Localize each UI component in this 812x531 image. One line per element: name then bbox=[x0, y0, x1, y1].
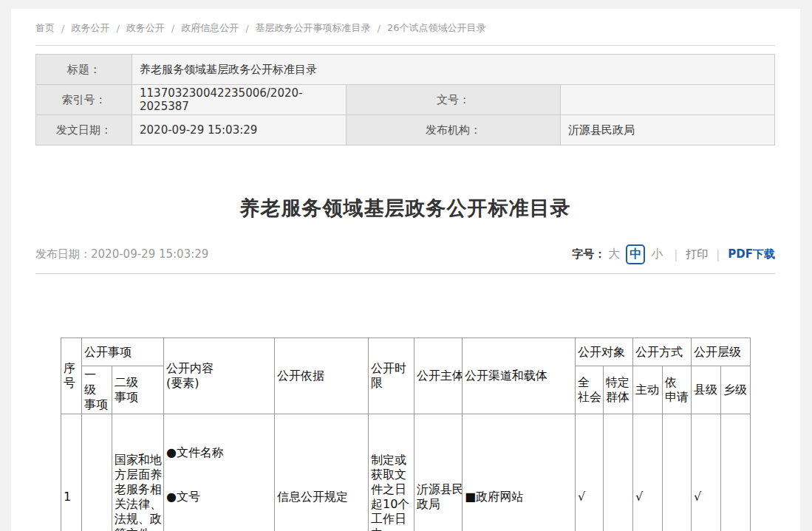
header-method: 公开方式 bbox=[633, 338, 692, 366]
square-bullet-icon: ■ bbox=[465, 490, 476, 504]
header-specific-group: 特定 群体 bbox=[604, 366, 633, 414]
header-target: 公开对象 bbox=[576, 338, 633, 366]
breadcrumb-separator: / bbox=[171, 23, 174, 34]
cell-township bbox=[721, 414, 751, 531]
header-matters: 公开事项 bbox=[82, 338, 164, 366]
meta-date-value: 2020-09-29 15:03:29 bbox=[132, 115, 347, 145]
meta-title-label: 标题： bbox=[36, 55, 132, 85]
page-title: 养老服务领域基层政务公开标准目录 bbox=[35, 197, 775, 219]
meta-row-title: 标题： 养老服务领域基层政务公开标准目录 bbox=[36, 55, 775, 85]
cell-channel: ■政府网站 bbox=[463, 414, 576, 531]
cell-specific-group bbox=[604, 414, 633, 531]
breadcrumb: 首页 / 政务公开 / 政务公开 / 政府信息公开 / 基层政务公开事项标准目录… bbox=[35, 9, 775, 35]
publish-date-label: 发布日期： bbox=[35, 247, 91, 261]
breadcrumb-zhengwu-2[interactable]: 政务公开 bbox=[126, 21, 165, 35]
breadcrumb-separator: / bbox=[378, 23, 381, 34]
article-divider bbox=[35, 273, 775, 274]
content-item: ●文件名称 bbox=[166, 445, 273, 460]
breadcrumb-gov-info[interactable]: 政府信息公开 bbox=[181, 21, 239, 35]
article-controls: 字号： 大 中 小 | 打印 | PDF下载 bbox=[572, 244, 775, 264]
catalog-table: 序 号 公开事项 公开内容 (要素) 公开依据 公开时 限 公开主体 公开渠道和… bbox=[61, 338, 751, 531]
header-time-limit: 公开时 限 bbox=[369, 338, 414, 414]
cell-seq: 1 bbox=[61, 414, 82, 531]
catalog-header-row-1: 序 号 公开事项 公开内容 (要素) 公开依据 公开时 限 公开主体 公开渠道和… bbox=[61, 338, 751, 366]
print-button[interactable]: 打印 bbox=[686, 247, 708, 261]
header-on-request: 依 申请 bbox=[663, 366, 692, 414]
header-basis: 公开依据 bbox=[275, 338, 369, 414]
header-seq: 序 号 bbox=[61, 338, 82, 414]
breadcrumb-divider bbox=[35, 45, 775, 46]
header-township: 乡级 bbox=[721, 366, 751, 414]
header-all-society: 全 社会 bbox=[576, 366, 604, 414]
publish-date: 发布日期：2020-09-29 15:03:29 bbox=[35, 247, 208, 261]
cell-time-limit: 制定或 获取文 件之日 起10个 工作日 内 bbox=[369, 414, 414, 531]
cell-on-request bbox=[663, 414, 692, 531]
cell-all-society: √ bbox=[576, 414, 604, 531]
cell-proactive: √ bbox=[633, 414, 663, 531]
meta-agency-label: 发布机构： bbox=[347, 115, 561, 145]
cell-basis: 信息公开规定 bbox=[275, 414, 369, 531]
header-content: 公开内容 (要素) bbox=[164, 338, 275, 414]
breadcrumb-separator: / bbox=[61, 23, 64, 34]
header-level2: 二级 事项 bbox=[112, 366, 164, 414]
document-meta-table: 标题： 养老服务领域基层政务公开标准目录 索引号： 11370323004223… bbox=[35, 54, 775, 145]
meta-date-label: 发文日期： bbox=[36, 115, 132, 145]
controls-separator: | bbox=[716, 248, 720, 261]
meta-agency-value: 沂源县民政局 bbox=[561, 115, 775, 145]
font-size-small-button[interactable]: 小 bbox=[651, 247, 663, 262]
meta-row-date: 发文日期： 2020-09-29 15:03:29 发布机构： 沂源县民政局 bbox=[36, 115, 775, 145]
breadcrumb-pilot-catalog[interactable]: 26个试点领域公开目录 bbox=[387, 21, 486, 35]
header-subject: 公开主体 bbox=[414, 338, 463, 414]
content-panel: 首页 / 政务公开 / 政务公开 / 政府信息公开 / 基层政务公开事项标准目录… bbox=[11, 9, 800, 531]
controls-separator: | bbox=[674, 248, 678, 261]
meta-docnum-value bbox=[561, 85, 775, 115]
font-size-label: 字号： bbox=[572, 247, 605, 261]
header-level1: 一 级 事项 bbox=[82, 366, 112, 414]
header-channel: 公开渠道和载体 bbox=[463, 338, 576, 414]
breadcrumb-standard-catalog[interactable]: 基层政务公开事项标准目录 bbox=[256, 21, 371, 35]
header-level: 公开层级 bbox=[692, 338, 751, 366]
pdf-download-button[interactable]: PDF下载 bbox=[728, 247, 775, 261]
font-size-medium-button[interactable]: 中 bbox=[626, 244, 645, 264]
dot-bullet-icon: ● bbox=[166, 445, 177, 459]
article-info-row: 发布日期：2020-09-29 15:03:29 字号： 大 中 小 | 打印 … bbox=[35, 244, 775, 264]
header-county: 县级 bbox=[692, 366, 721, 414]
breadcrumb-separator: / bbox=[116, 23, 119, 34]
header-proactive: 主动 bbox=[633, 366, 663, 414]
publish-date-value: 2020-09-29 15:03:29 bbox=[91, 247, 208, 261]
cell-county: √ bbox=[692, 414, 721, 531]
cell-subject: 沂源县民 政局 bbox=[414, 414, 463, 531]
cell-content: ●文件名称 ●文号 ●发文部门 bbox=[164, 414, 275, 531]
meta-title-value: 养老服务领域基层政务公开标准目录 bbox=[132, 55, 775, 85]
meta-row-index: 索引号： 113703230042235006/2020-2025387 文号： bbox=[36, 85, 775, 115]
meta-index-value: 113703230042235006/2020-2025387 bbox=[132, 85, 347, 115]
breadcrumb-home[interactable]: 首页 bbox=[35, 21, 55, 35]
dot-bullet-icon: ● bbox=[166, 490, 177, 504]
table-row: 1 国家和地 方层面养 老服务相 关法律、 法规、政 策文件 ●文件名称 ●文号… bbox=[61, 414, 751, 531]
breadcrumb-zhengwu-1[interactable]: 政务公开 bbox=[71, 21, 109, 35]
meta-index-label: 索引号： bbox=[36, 85, 132, 115]
content-item: ●文号 bbox=[166, 490, 273, 504]
cell-level2: 国家和地 方层面养 老服务相 关法律、 法规、政 策文件 bbox=[112, 414, 164, 531]
breadcrumb-separator: / bbox=[245, 23, 248, 34]
cell-level1 bbox=[82, 414, 112, 531]
font-size-large-button[interactable]: 大 bbox=[608, 247, 620, 262]
meta-docnum-label: 文号： bbox=[347, 85, 561, 115]
